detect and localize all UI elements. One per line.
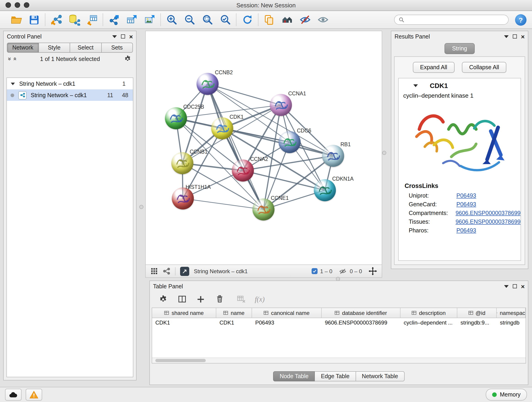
grid-view-icon[interactable] [150, 267, 158, 275]
import-network-from-file-icon[interactable] [50, 13, 62, 26]
fit-content-crosshair-icon[interactable] [368, 267, 377, 275]
function-builder-icon[interactable]: f(x) [255, 295, 265, 303]
network-edges-layer [146, 31, 382, 264]
network-node-CCNB1[interactable] [171, 152, 193, 174]
open-session-icon[interactable] [10, 13, 22, 26]
column-header-canonical-name[interactable]: canonical name [252, 308, 322, 318]
import-table-from-file-icon[interactable] [86, 13, 98, 26]
tab-edge-table[interactable]: Edge Table [315, 371, 356, 381]
network-node-CCNA2[interactable] [232, 160, 254, 182]
show-columns-icon[interactable] [177, 294, 187, 304]
network-collection-row[interactable]: String Network – cdk1 1 [7, 78, 133, 89]
crosslink-link[interactable]: 9606.ENSP00000378699 [456, 210, 520, 216]
network-node-CDC25B[interactable] [165, 107, 187, 129]
tab-style[interactable]: Style [39, 43, 70, 53]
column-header-description[interactable]: description [400, 308, 457, 318]
panel-float-icon[interactable] [513, 284, 517, 288]
export-image-icon[interactable] [143, 13, 156, 26]
crosslink-row: Compartments: 9606.ENSP00000378699 [399, 209, 520, 217]
window-minimize-button[interactable] [15, 2, 20, 8]
network-node-CDKN1A[interactable] [314, 179, 336, 201]
network-node-CDC6[interactable] [279, 131, 301, 153]
birds-eye-view-icon[interactable] [163, 267, 171, 275]
panel-close-icon[interactable]: × [129, 33, 133, 40]
expand-all-button[interactable]: Expand All [413, 62, 455, 73]
table-cell[interactable]: 9606.ENSP00000378699 [322, 318, 400, 328]
panel-close-icon[interactable]: × [521, 283, 525, 289]
create-column-plus-icon[interactable] [196, 294, 206, 304]
network-node-CDK1[interactable] [211, 117, 233, 139]
table-cell[interactable]: CDK1 [152, 318, 216, 328]
table-row[interactable]: CDK1CDK1P064939606.ENSP00000378699cyclin… [152, 318, 526, 328]
help-button[interactable]: ? [515, 14, 526, 26]
tab-network[interactable]: Network [7, 43, 39, 53]
tab-node-table[interactable]: Node Table [273, 371, 315, 381]
window-zoom-button[interactable] [24, 2, 29, 8]
apply-preferred-layout-icon[interactable] [241, 13, 253, 26]
crosslink-link[interactable]: P06493 [456, 227, 476, 234]
save-session-icon[interactable] [28, 13, 40, 26]
network-row[interactable]: String Network – cdk1 11 48 [7, 89, 133, 101]
network-options-gear-icon[interactable] [124, 55, 132, 63]
annotation-mode-icon[interactable] [180, 267, 189, 276]
window-close-button[interactable] [6, 2, 11, 8]
show-all-icon[interactable] [317, 13, 329, 26]
memory-button[interactable]: Memory [486, 389, 527, 401]
delete-table-icon[interactable] [236, 294, 246, 304]
column-header-namespac[interactable]: namespac [497, 308, 526, 318]
column-header-name[interactable]: name [216, 308, 252, 318]
panel-menu-icon[interactable] [112, 35, 117, 38]
table-cell[interactable]: stringdb [497, 318, 526, 328]
tab-network-table[interactable]: Network Table [356, 371, 404, 381]
column-header-shared-name[interactable]: shared name [152, 308, 216, 318]
column-header--id[interactable]: @id [457, 308, 497, 318]
zoom-out-icon[interactable] [183, 13, 196, 26]
table-cell[interactable]: cyclin–dependent ... [400, 318, 457, 328]
export-network-icon[interactable] [108, 13, 120, 26]
table-options-gear-icon[interactable] [158, 294, 168, 304]
clone-network-icon[interactable] [263, 13, 275, 26]
first-neighbors-icon[interactable] [281, 13, 293, 26]
panel-menu-icon[interactable] [504, 285, 509, 288]
zoom-selected-icon[interactable] [219, 13, 231, 26]
collapse-all-networks-icon[interactable]: » [12, 57, 18, 61]
column-header-database-identifier[interactable]: database identifier [322, 308, 400, 318]
tab-string-results[interactable]: String [444, 43, 475, 54]
panel-close-icon[interactable]: × [521, 33, 525, 40]
network-node-CCNE1[interactable] [253, 198, 274, 220]
selected-nodes-icon[interactable] [311, 268, 317, 274]
table-cell[interactable]: CDK1 [216, 318, 252, 328]
tab-select[interactable]: Select [70, 43, 101, 53]
network-node-CCNB2[interactable] [196, 73, 219, 95]
table-panel-header: Table Panel × [150, 281, 528, 292]
table-cell[interactable]: P06493 [252, 318, 322, 328]
zoom-fit-icon[interactable] [201, 13, 214, 26]
collapse-all-button[interactable]: Collapse All [462, 62, 507, 73]
hidden-elements-icon[interactable] [339, 268, 347, 274]
scrollbar-thumb[interactable] [155, 359, 206, 362]
splitter-handle-right[interactable] [382, 151, 386, 155]
network-node-RB1[interactable] [322, 145, 344, 167]
tree-disclosure-icon[interactable] [11, 83, 15, 85]
zoom-in-icon[interactable] [165, 13, 178, 26]
delete-column-trash-icon[interactable] [215, 294, 225, 304]
crosslink-link[interactable]: P06493 [456, 192, 476, 199]
panel-float-icon[interactable] [121, 34, 125, 38]
network-node-CCNA1[interactable] [270, 94, 292, 116]
crosslink-link[interactable]: 9606.ENSP00000378699 [456, 218, 520, 225]
splitter-handle-left[interactable] [139, 205, 143, 209]
crosslink-link[interactable]: P06493 [456, 201, 476, 207]
table-cell[interactable]: stringdb:9... [457, 318, 497, 328]
network-node-HIST1H1A[interactable] [172, 187, 194, 210]
warnings-button[interactable] [26, 389, 42, 401]
cloud-status-button[interactable] [5, 389, 22, 401]
export-table-icon[interactable] [126, 13, 138, 26]
panel-float-icon[interactable] [513, 34, 517, 38]
import-network-from-database-icon[interactable] [68, 13, 80, 26]
search-input[interactable] [407, 16, 504, 23]
tab-sets[interactable]: Sets [101, 43, 133, 53]
network-canvas[interactable]: CCNB2CCNA1CDC25BCDK1CDC6RB1CCNB1CCNA2CDK… [146, 31, 382, 264]
panel-menu-icon[interactable] [504, 35, 509, 38]
hide-selected-icon[interactable] [299, 13, 311, 26]
gene-collapse-icon[interactable] [413, 84, 418, 87]
